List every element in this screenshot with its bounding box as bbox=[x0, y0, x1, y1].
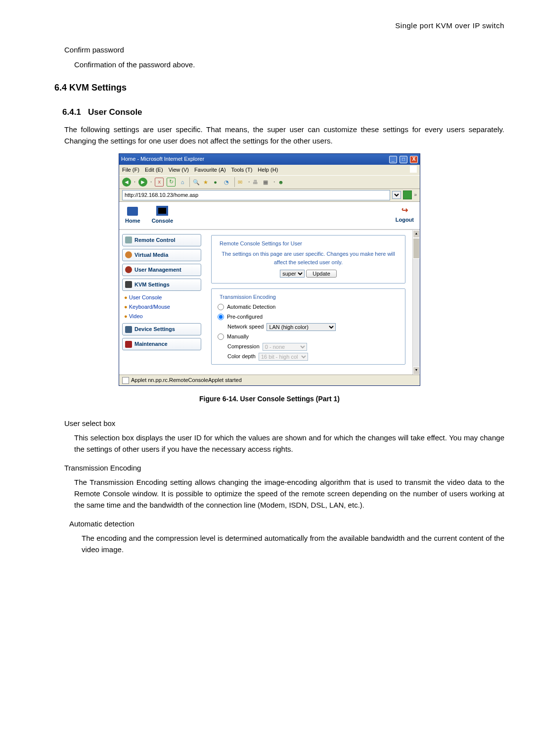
compression-label: Compression bbox=[227, 342, 260, 351]
menu-favorites[interactable]: Favourite (A) bbox=[194, 167, 226, 173]
media-icon[interactable]: ● bbox=[214, 178, 221, 186]
maintenance-icon bbox=[125, 341, 132, 348]
automatic-detection-body: The encoding and the compression level i… bbox=[82, 532, 504, 556]
main-panel: Remote Console Settings for User The set… bbox=[204, 230, 412, 375]
network-speed-label: Network speed bbox=[227, 323, 264, 331]
tab-home[interactable]: Home bbox=[125, 207, 140, 225]
fieldset-transmission-encoding: Transmission Encoding Automatic Detectio… bbox=[211, 288, 405, 365]
sidebar-item-user-management[interactable]: User Management bbox=[122, 264, 201, 276]
sidebar-label: User Management bbox=[134, 266, 181, 274]
radio-automatic-detection[interactable] bbox=[218, 304, 224, 310]
sidebar-sub-keyboard-mouse[interactable]: ● Keyboard/Mouse bbox=[124, 303, 201, 311]
fieldset-legend: Transmission Encoding bbox=[218, 293, 278, 301]
section-6-4-1-title: User Console bbox=[88, 107, 142, 117]
window-title: Home - Microsoft Internet Explorer bbox=[121, 155, 204, 163]
network-speed-row: Network speed LAN (high color) bbox=[227, 323, 399, 331]
links-chevron-icon[interactable]: » bbox=[414, 191, 417, 199]
transmission-encoding-body: The Transmission Encoding setting allows… bbox=[74, 476, 504, 511]
user-select-box-body: This selection box displays the user ID … bbox=[74, 432, 504, 455]
radio-label: Pre-configured bbox=[227, 313, 263, 321]
minimize-button[interactable]: _ bbox=[389, 156, 397, 163]
automatic-detection-heading: Automatic detection bbox=[69, 518, 504, 529]
sidebar-sub-user-console[interactable]: ● User Console bbox=[124, 293, 201, 302]
page-header-right: Single port KVM over IP switch bbox=[35, 20, 504, 31]
vertical-scrollbar[interactable]: ▴ ▾ bbox=[412, 230, 420, 375]
sidebar-item-remote-control[interactable]: Remote Control bbox=[122, 234, 201, 246]
user-select[interactable]: super bbox=[280, 270, 305, 278]
history-icon[interactable]: ◔ bbox=[224, 178, 231, 186]
radio-pre-configured[interactable] bbox=[218, 314, 224, 320]
option-row-preconfigured: Pre-configured bbox=[218, 313, 399, 321]
section-6-4-1-number: 6.4.1 bbox=[62, 107, 81, 117]
kvm-settings-icon bbox=[125, 281, 132, 288]
stop-button-icon[interactable]: x bbox=[155, 178, 164, 187]
section-6-4-number: 6.4 bbox=[54, 83, 67, 93]
scroll-up-icon[interactable]: ▴ bbox=[413, 230, 420, 238]
go-button-icon[interactable] bbox=[403, 190, 412, 199]
applet-status-icon bbox=[122, 377, 129, 384]
menu-tools[interactable]: Tools (T) bbox=[231, 167, 253, 173]
favorites-icon[interactable]: ★ bbox=[203, 178, 211, 186]
section-6-4-title: KVM Settings bbox=[69, 83, 127, 93]
virtual-media-icon bbox=[125, 251, 132, 258]
menu-edit[interactable]: Edit (E) bbox=[145, 167, 163, 173]
option-row-manually: Manually bbox=[218, 332, 399, 341]
fieldset-legend: Remote Console Settings for User bbox=[218, 239, 304, 248]
mail-icon[interactable]: ✉ bbox=[238, 178, 245, 186]
figure-caption: Figure 6-14. User Console Settings (Part… bbox=[35, 394, 504, 405]
window-control-buttons: _ □ X bbox=[388, 155, 418, 163]
sidebar-item-maintenance[interactable]: Maintenance bbox=[122, 338, 201, 350]
compression-select: 0 - none bbox=[263, 343, 307, 351]
home-button-icon[interactable]: ⌂ bbox=[178, 178, 186, 186]
edit-icon[interactable]: ▦ bbox=[263, 178, 270, 186]
browser-status-bar: Applet nn.pp.rc.RemoteConsoleApplet star… bbox=[119, 375, 420, 385]
sidebar-item-device-settings[interactable]: Device Settings bbox=[122, 323, 201, 335]
sidebar-item-virtual-media[interactable]: Virtual Media bbox=[122, 249, 201, 261]
scroll-down-icon[interactable]: ▾ bbox=[413, 367, 420, 375]
user-specific-note: The settings on this page are user speci… bbox=[218, 250, 399, 267]
scroll-thumb[interactable] bbox=[413, 238, 420, 259]
sidebar-sub-video[interactable]: ● Video bbox=[124, 312, 201, 321]
home-icon bbox=[127, 207, 138, 216]
transmission-encoding-heading: Transmission Encoding bbox=[64, 462, 504, 473]
menu-file[interactable]: File (F) bbox=[122, 167, 139, 173]
color-depth-select: 16 bit - high col bbox=[259, 353, 308, 361]
screenshot-browser-window: Home - Microsoft Internet Explorer _ □ X… bbox=[119, 153, 420, 386]
ie-logo-icon bbox=[410, 166, 417, 173]
status-text: Applet nn.pp.rc.RemoteConsoleApplet star… bbox=[131, 376, 242, 384]
back-button-icon[interactable]: ◄ bbox=[122, 178, 131, 187]
window-titlebar[interactable]: Home - Microsoft Internet Explorer _ □ X bbox=[119, 154, 420, 164]
section-6-4-heading: 6.4 KVM Settings bbox=[54, 81, 504, 95]
logout-button[interactable]: ↪ Logout bbox=[396, 207, 414, 224]
radio-label: Automatic Detection bbox=[227, 303, 275, 311]
menu-view[interactable]: View (V) bbox=[169, 167, 189, 173]
sidebar-item-kvm-settings[interactable]: KVM Settings bbox=[122, 279, 201, 291]
browser-toolbar: ◄· ►· x ↻ ⌂ 🔍 ★ ● ◔ ✉· 🖶 ▦· ☻ bbox=[119, 175, 420, 189]
search-icon[interactable]: 🔍 bbox=[193, 178, 200, 186]
print-icon[interactable]: 🖶 bbox=[253, 178, 260, 186]
sidebar-label: Maintenance bbox=[134, 340, 168, 348]
sidebar-label: Virtual Media bbox=[134, 251, 168, 259]
address-input[interactable]: http://192.168.10.23/home.asp bbox=[122, 190, 390, 200]
messenger-icon[interactable]: ☻ bbox=[278, 178, 285, 186]
network-speed-select[interactable]: LAN (high color) bbox=[267, 323, 336, 331]
refresh-button-icon[interactable]: ↻ bbox=[167, 178, 176, 187]
confirm-password-heading: Confirm password bbox=[64, 44, 504, 55]
sidebar-sub-label: User Console bbox=[129, 294, 162, 300]
address-dropdown[interactable] bbox=[392, 191, 401, 199]
update-button[interactable]: Update bbox=[306, 270, 336, 278]
forward-button-icon[interactable]: ► bbox=[138, 178, 147, 187]
menu-help[interactable]: Help (H) bbox=[258, 167, 278, 173]
radio-label: Manually bbox=[227, 332, 249, 341]
user-management-icon bbox=[125, 266, 132, 273]
tab-console[interactable]: Console bbox=[152, 206, 173, 225]
section-6-4-1-intro: The following settings are user specific… bbox=[64, 124, 504, 147]
sidebar: Remote Control Virtual Media User Manage… bbox=[119, 230, 204, 375]
sidebar-label: KVM Settings bbox=[134, 281, 170, 289]
sidebar-label: Remote Control bbox=[134, 236, 176, 244]
radio-manually[interactable] bbox=[218, 333, 224, 340]
toolbar-separator bbox=[234, 177, 235, 187]
maximize-button[interactable]: □ bbox=[400, 156, 407, 163]
close-button[interactable]: X bbox=[410, 156, 418, 163]
console-icon bbox=[156, 206, 168, 216]
